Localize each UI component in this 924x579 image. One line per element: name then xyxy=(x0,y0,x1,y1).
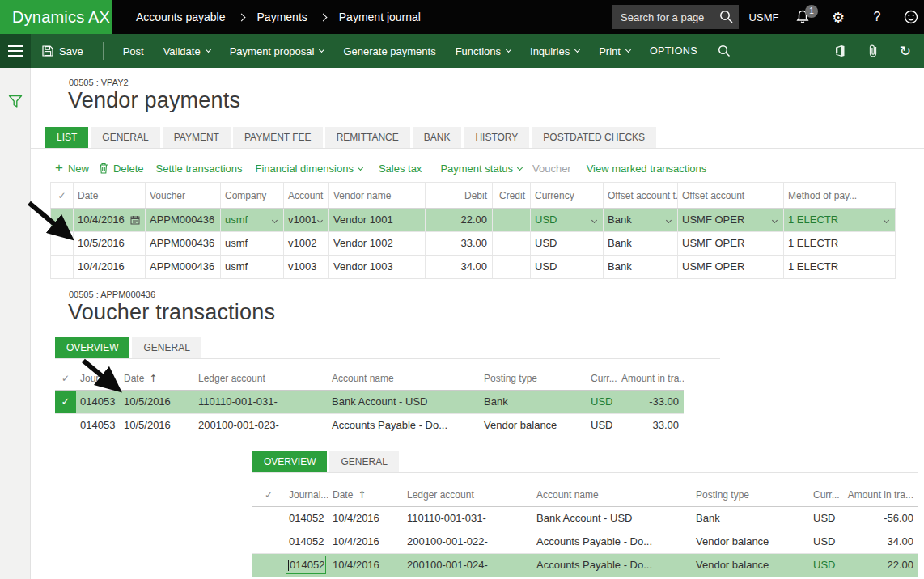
chevron-down-icon[interactable] xyxy=(591,217,597,222)
col-currency[interactable]: Currency xyxy=(531,183,604,208)
delete-button[interactable]: Delete xyxy=(99,163,144,175)
col-account[interactable]: Account xyxy=(284,183,329,208)
col-vendor-name[interactable]: Vendor name xyxy=(329,183,426,208)
payment-proposal-menu[interactable]: Payment proposal xyxy=(230,45,324,57)
col-credit[interactable]: Credit xyxy=(493,183,531,208)
row-checkbox-checked[interactable]: ✓ xyxy=(55,391,76,413)
filter-funnel-icon[interactable] xyxy=(8,95,23,108)
col-account-name[interactable]: Account name xyxy=(328,366,480,390)
cell-edit-box[interactable]: 014052 xyxy=(286,556,326,574)
company-selector[interactable]: USMF xyxy=(746,0,782,34)
tab-general[interactable]: GENERAL xyxy=(329,451,398,472)
financial-dimensions-menu[interactable]: Financial dimensions xyxy=(255,163,362,175)
refresh-icon[interactable]: ↻ xyxy=(900,43,911,59)
col-debit[interactable]: Debit xyxy=(426,183,493,208)
journal-cell-editing[interactable]: 014052 xyxy=(285,554,328,577)
payment-status-menu[interactable]: Payment status xyxy=(440,163,522,175)
select-all-check-icon[interactable]: ✓ xyxy=(252,483,285,506)
generate-payments-button[interactable]: Generate payments xyxy=(343,45,435,57)
company-dropdown-cell[interactable]: usmf xyxy=(221,209,284,231)
tab-history[interactable]: HISTORY xyxy=(464,127,529,148)
hamburger-menu-icon[interactable] xyxy=(0,34,31,68)
voucher-row-selected[interactable]: ✓ 014053 10/5/2016 110110-001-031- Bank … xyxy=(55,391,684,414)
chevron-down-icon[interactable] xyxy=(317,217,323,222)
new-button[interactable]: +New xyxy=(55,163,89,175)
tab-bank[interactable]: BANK xyxy=(413,127,462,148)
app-logo[interactable]: Dynamics AX xyxy=(0,0,112,34)
breadcrumb-module[interactable]: Accounts payable xyxy=(136,11,226,23)
select-all-check-icon[interactable]: ✓ xyxy=(55,366,76,390)
col-offset-account[interactable]: Offset account xyxy=(678,183,784,208)
view-marked-transactions-button[interactable]: View marked transactions xyxy=(587,163,707,175)
page-search-box[interactable] xyxy=(612,5,739,29)
save-button[interactable]: Save xyxy=(42,45,83,57)
col-ledger-account[interactable]: Ledger account xyxy=(403,483,532,506)
chevron-down-icon[interactable] xyxy=(884,217,889,222)
col-posting-type[interactable]: Posting type xyxy=(692,483,809,506)
tab-overview[interactable]: OVERVIEW xyxy=(252,451,327,472)
feedback-smiley-icon[interactable] xyxy=(900,0,922,34)
col-offset-account-type[interactable]: Offset account t... xyxy=(604,183,678,208)
tab-remittance[interactable]: REMITTANCE xyxy=(325,127,410,148)
account-dropdown-cell[interactable]: v1001 xyxy=(284,209,329,231)
functions-menu[interactable]: Functions xyxy=(456,45,511,57)
search-icon[interactable] xyxy=(716,10,739,24)
settings-gear-icon[interactable]: ⚙ xyxy=(827,0,850,34)
credit-cell[interactable] xyxy=(493,209,531,231)
col-company[interactable]: Company xyxy=(221,183,284,208)
method-of-payment-dropdown-cell[interactable]: 1 ELECTR xyxy=(784,209,896,231)
chevron-down-icon[interactable] xyxy=(272,217,278,222)
options-tab[interactable]: OPTIONS xyxy=(650,45,697,57)
col-amount[interactable]: Amount in tra... xyxy=(617,366,684,390)
vendor-name-cell[interactable]: Vendor 1001 xyxy=(329,209,426,231)
col-currency[interactable]: Curr... xyxy=(809,483,841,506)
row-checkbox[interactable] xyxy=(252,530,285,553)
payment-row[interactable]: 10/5/2016 APPM000436 usmf v1002 Vendor 1… xyxy=(50,232,896,256)
col-posting-type[interactable]: Posting type xyxy=(480,366,587,390)
col-currency[interactable]: Curr... xyxy=(587,366,617,390)
payment-row-selected[interactable]: 10/4/2016 APPM000436 usmf v1001 Vendor 1… xyxy=(50,209,896,232)
offset-account-dropdown-cell[interactable]: USMF OPER xyxy=(678,209,784,231)
tab-overview[interactable]: OVERVIEW xyxy=(55,337,129,358)
col-date[interactable]: Date↑ xyxy=(328,483,403,506)
col-journal[interactable]: Journal... xyxy=(285,483,328,506)
command-search-icon[interactable] xyxy=(717,44,731,58)
breadcrumb-section[interactable]: Payments xyxy=(257,11,307,23)
chevron-down-icon[interactable] xyxy=(772,217,778,222)
calendar-icon[interactable] xyxy=(130,215,140,225)
col-method-of-payment[interactable]: Method of pay... xyxy=(784,183,896,208)
inquiries-menu[interactable]: Inquiries xyxy=(530,45,579,57)
help-icon[interactable]: ? xyxy=(867,0,887,34)
col-journal[interactable]: Journ... xyxy=(76,366,120,390)
print-menu[interactable]: Print xyxy=(599,45,630,57)
date-picker-cell[interactable]: 10/4/2016 xyxy=(74,209,146,231)
currency-dropdown-cell[interactable]: USD xyxy=(531,209,604,231)
payment-row[interactable]: 10/4/2016 APPM000436 usmf v1003 Vendor 1… xyxy=(50,256,896,279)
voucher-row-selected[interactable]: 014052 10/4/2016 200100-001-024- Account… xyxy=(252,554,918,577)
debit-cell[interactable]: 22.00 xyxy=(426,209,493,231)
offset-account-type-dropdown-cell[interactable]: Bank xyxy=(604,209,678,231)
validate-menu[interactable]: Validate xyxy=(163,45,210,57)
row-checkbox[interactable] xyxy=(252,507,285,530)
tab-postdated-checks[interactable]: POSTDATED CHECKS xyxy=(532,127,656,148)
col-date[interactable]: Date↑ xyxy=(120,366,194,390)
tab-payment[interactable]: PAYMENT xyxy=(163,127,231,148)
voucher-row[interactable]: 014053 10/5/2016 200100-001-023- Account… xyxy=(55,414,684,437)
tab-payment-fee[interactable]: PAYMENT FEE xyxy=(233,127,323,148)
chevron-down-icon[interactable] xyxy=(666,217,672,222)
select-all-check-icon[interactable]: ✓ xyxy=(51,183,74,208)
voucher-cell[interactable]: APPM000436 xyxy=(146,209,221,231)
search-input[interactable] xyxy=(612,11,716,23)
tab-general[interactable]: GENERAL xyxy=(91,127,159,148)
col-amount[interactable]: Amount in tra... xyxy=(841,483,918,506)
attachment-paperclip-icon[interactable] xyxy=(868,44,878,58)
col-date[interactable]: Date xyxy=(74,183,146,208)
row-checkbox[interactable] xyxy=(51,209,74,231)
voucher-row[interactable]: 014052 10/4/2016 110110-001-031- Bank Ac… xyxy=(252,507,918,530)
checked-checkbox-icon[interactable]: ✓ xyxy=(55,391,76,413)
settle-transactions-button[interactable]: Settle transactions xyxy=(156,163,243,175)
row-checkbox[interactable] xyxy=(51,256,74,278)
col-voucher[interactable]: Voucher xyxy=(146,183,221,208)
col-account-name[interactable]: Account name xyxy=(532,483,692,506)
tab-general[interactable]: GENERAL xyxy=(132,337,201,358)
